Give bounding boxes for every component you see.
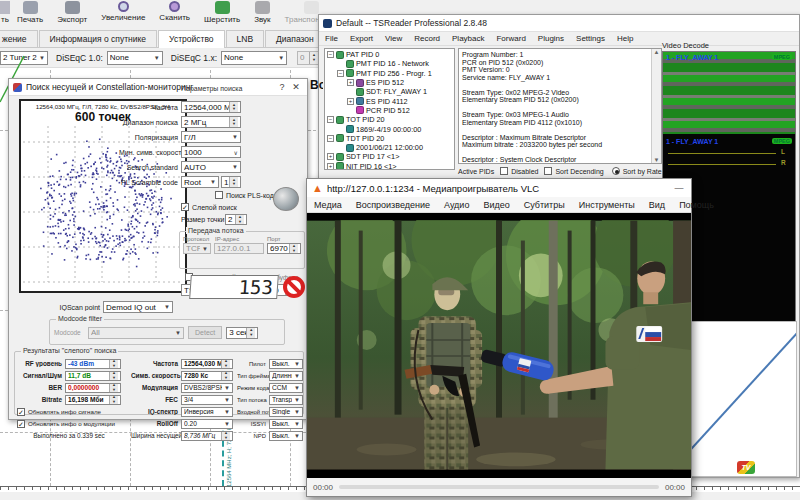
param-field-5[interactable]: Root▼ [181, 176, 219, 188]
menu-Settings[interactable]: Settings [570, 34, 611, 43]
checkbox-icon[interactable] [215, 191, 223, 199]
dot-size-stepper[interactable]: 2 [225, 214, 247, 225]
tree-item-10[interactable]: 2001/06/21 12:00:00 [325, 143, 454, 152]
vlc-titlebar[interactable]: ▲ http://127.0.0.1:1234 - Медиапроигрыва… [307, 179, 691, 197]
collapse-icon[interactable]: − [327, 116, 334, 123]
collapse-icon[interactable]: − [337, 70, 344, 77]
param-field-2[interactable]: Г/Л▼ [181, 131, 241, 143]
tree-item-9[interactable]: −TDT PID 20 [325, 134, 454, 143]
close-button[interactable]: ✕ [289, 82, 303, 92]
result-select[interactable]: Длинный▼ [269, 371, 303, 381]
protocol-select[interactable]: TCP▼ [183, 243, 211, 254]
spinner-arrows-icon[interactable] [221, 432, 230, 440]
pls-search-checkbox[interactable]: Поиск PLS-кода [215, 191, 278, 199]
detect-interval-stepper[interactable]: 3 сек [226, 327, 258, 339]
spinner-arrows-icon[interactable] [229, 102, 238, 112]
param-field-4[interactable]: AUTO▼ [181, 161, 241, 173]
result-field[interactable]: Инверсия▼ [181, 407, 233, 417]
sort-descending-checkbox[interactable] [544, 167, 552, 175]
toolbar-button-5[interactable]: Шерстить [197, 0, 247, 30]
result-field[interactable]: 8,736 МГц [181, 431, 233, 441]
spinner-arrows-icon[interactable] [109, 384, 118, 392]
scroll-down-icon[interactable]: ▼ [654, 157, 660, 163]
seek-slider[interactable] [339, 485, 659, 489]
spinner-arrows-icon[interactable] [109, 360, 118, 368]
tree-item-4[interactable]: SDT: FLY_AWAY 1 [325, 87, 454, 96]
menu-Forward[interactable]: Forward [490, 34, 531, 43]
carrier-search-titlebar[interactable]: Поиск несущей и Constellation-мониторинг… [9, 79, 307, 96]
result-field[interactable]: -43 dBm [65, 359, 121, 369]
result-field[interactable]: 16,198 Мби [65, 395, 121, 405]
result-field[interactable]: 12564,030 МГ [181, 359, 233, 369]
update-signal-checkbox[interactable]: ✓Обновлять инфо сигнале [17, 406, 129, 417]
toolbar-button-6[interactable]: Звук [247, 0, 277, 30]
toolbar-button-2[interactable]: Экспорт [50, 0, 94, 30]
result-select[interactable]: Transport▼ [269, 395, 303, 405]
result-field[interactable]: 0.20▼ [181, 419, 233, 429]
vlc-menu-Видео[interactable]: Видео [476, 200, 516, 210]
spinner-arrows-icon[interactable] [229, 177, 238, 187]
tree-item-0[interactable]: −PAT PID 0 [325, 50, 454, 59]
scroll-up-icon[interactable]: ▲ [654, 49, 660, 55]
menu-Export[interactable]: Export [344, 34, 379, 43]
spinner-arrows-icon[interactable] [221, 360, 230, 368]
collapse-icon[interactable]: − [327, 135, 334, 142]
spinner-arrows-icon[interactable] [235, 215, 244, 224]
tree-item-1[interactable]: PMT PID 16 - Network [325, 59, 454, 68]
ip-field[interactable]: 127.0.0.1 [214, 243, 264, 254]
result-select[interactable]: Выкл.▼ [269, 431, 303, 441]
vlc-menu-Аудио[interactable]: Аудио [437, 200, 476, 210]
tree-item-8[interactable]: 1869/-4/19 00:00:00 [325, 124, 454, 133]
toolbar-button-3[interactable]: Увеличение [94, 0, 152, 30]
spinner-arrows-icon[interactable] [221, 372, 230, 380]
expand-icon[interactable]: + [327, 153, 334, 160]
diseqc1x-select[interactable]: None▼ [221, 51, 287, 65]
param-field-3[interactable]: 1000∨ [181, 146, 241, 158]
result-select[interactable]: Single▼ [269, 407, 303, 417]
result-field[interactable]: 0,0000000 [65, 383, 121, 393]
expand-icon[interactable]: + [347, 79, 354, 86]
tree-item-7[interactable]: −TOT PID 20 [325, 115, 454, 124]
tree-item-6[interactable]: PCR PID 512 [325, 106, 454, 115]
menu-File[interactable]: File [319, 34, 344, 43]
menu-Plugins[interactable]: Plugins [532, 34, 570, 43]
result-select[interactable]: Выкл.▼ [269, 359, 303, 369]
toolbar-button-4[interactable]: Сканить [152, 0, 197, 30]
checkbox-checked-icon[interactable]: ✓ [17, 408, 25, 416]
help-button[interactable]: ? [275, 82, 289, 92]
tree-item-12[interactable]: +NIT PID 16 <1> [325, 162, 454, 170]
vlc-menu-Инструменты[interactable]: Инструменты [572, 200, 642, 210]
spinner-arrows-icon[interactable] [109, 372, 118, 380]
result-field[interactable]: DVBS2/8PSK▼ [181, 383, 233, 393]
modcode-select[interactable]: All▼ [88, 327, 184, 339]
info-scrollbar[interactable]: ▲▼ [651, 49, 661, 163]
collapse-icon[interactable]: − [327, 51, 334, 58]
tab-LNB[interactable]: LNB [226, 30, 265, 47]
spinner-arrows-icon[interactable] [246, 328, 255, 338]
spinner-arrows-icon[interactable] [309, 52, 318, 64]
disabled-checkbox[interactable] [500, 167, 508, 175]
tree-item-3[interactable]: +ES PID 512 [325, 78, 454, 87]
tree-item-2[interactable]: −PMT PID 256 - Progr. 1 [325, 69, 454, 78]
vlc-menu-Медиа[interactable]: Медиа [307, 200, 349, 210]
toolbar-button-1[interactable]: Печать [10, 0, 50, 30]
spinner-arrows-icon[interactable] [289, 244, 298, 253]
result-select[interactable]: CCM▼ [269, 383, 303, 393]
expand-icon[interactable]: + [347, 98, 354, 105]
checkbox-checked-icon[interactable]: ✓ [17, 420, 25, 428]
vlc-menu-Вид[interactable]: Вид [642, 200, 672, 210]
spinner-arrows-icon[interactable] [229, 117, 238, 127]
menu-View[interactable]: View [379, 34, 408, 43]
diseqc10-select[interactable]: None▼ [107, 51, 163, 65]
checkbox-checked-icon[interactable]: ✓ [181, 203, 189, 211]
param-field-1[interactable]: 2 МГц [181, 116, 241, 128]
update-modulation-checkbox[interactable]: ✓Обновлять инфо о модуляции [17, 418, 129, 429]
spinner-arrows-icon[interactable] [109, 396, 118, 404]
param-field-5b[interactable]: 1 [221, 176, 241, 188]
menu-Help[interactable]: Help [611, 34, 639, 43]
menu-Record[interactable]: Record [408, 34, 446, 43]
result-field[interactable]: 7280 Кс [181, 371, 233, 381]
vlc-video-area[interactable] [307, 213, 691, 478]
port-stepper[interactable]: 6970 [267, 243, 301, 254]
vlc-menu-Помощь[interactable]: Помощь [672, 200, 721, 210]
